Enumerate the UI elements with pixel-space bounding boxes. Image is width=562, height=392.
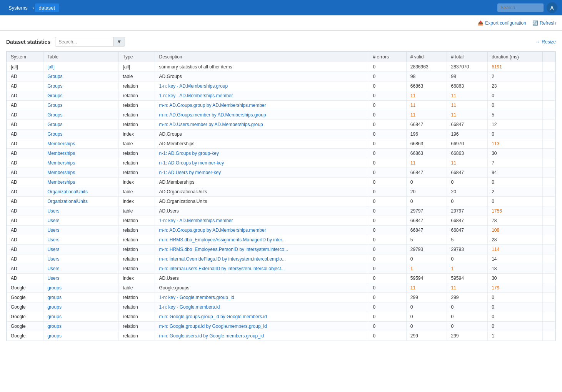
table-row[interactable]: ADGroupsrelation1-n: key - AD.Membership… <box>7 91 555 101</box>
table-row[interactable]: ADMembershipsrelationn-1: AD.Groups by g… <box>7 149 555 158</box>
table-row[interactable]: Googlegroupsrelationm-n: Google.groups.g… <box>7 312 555 322</box>
table-cell: [all] <box>7 62 43 72</box>
table-cell: relation <box>119 264 155 274</box>
col-type: Type <box>119 52 155 62</box>
table-cell: table <box>119 72 155 81</box>
table-cell: Users <box>43 264 119 274</box>
table-cell-empty <box>543 245 555 254</box>
col-duration: duration (ms) <box>488 52 543 62</box>
table-row[interactable]: GooglegroupstableGoogle.groups01111179 <box>7 283 555 293</box>
table-cell: 30 <box>488 149 543 158</box>
table-row[interactable]: ADUsersrelationm-n: HRMS.dbo_EmployeeAss… <box>7 235 555 245</box>
refresh-button[interactable]: 🔄 Refresh <box>532 20 556 26</box>
export-configuration-button[interactable]: 📤 Export configuration <box>478 20 526 26</box>
table-row[interactable]: ADMembershipstableAD.Memberships06686366… <box>7 139 555 149</box>
table-cell: 0 <box>369 101 406 110</box>
table-row[interactable]: ADOrganizationalUnitsindexAD.Organizatio… <box>7 197 555 206</box>
table-cell: AD <box>7 139 43 149</box>
table-cell: AD <box>7 264 43 274</box>
table-cell: 0 <box>369 130 406 139</box>
table-cell: index <box>119 130 155 139</box>
table-row[interactable]: Googlegroupsrelation1-n: key - Google.me… <box>7 302 555 312</box>
table-cell: Groups <box>43 130 119 139</box>
search-input[interactable] <box>55 38 113 46</box>
table-cell: 0 <box>488 293 543 302</box>
table-cell: 196 <box>447 130 488 139</box>
table-cell: Groups <box>43 110 119 120</box>
table-cell: 0 <box>369 168 406 178</box>
header-search-input[interactable] <box>497 3 544 12</box>
table-row[interactable]: ADUserstableAD.Users029797297971756 <box>7 206 555 216</box>
table-cell: 0 <box>447 178 488 187</box>
table-cell: 28 <box>488 235 543 245</box>
table-row[interactable]: ADMembershipsrelationn-1: AD.Users by me… <box>7 168 555 178</box>
table-cell: 0 <box>369 312 406 322</box>
filter-button[interactable]: ▼ <box>113 37 125 46</box>
table-cell-empty <box>543 216 555 226</box>
table-row[interactable]: ADGroupstableAD.Groups098982 <box>7 72 555 81</box>
table-cell: Users <box>43 235 119 245</box>
table-cell: Groups <box>43 91 119 101</box>
table-cell-empty <box>543 130 555 139</box>
table-cell: 1 <box>406 264 447 274</box>
table-row[interactable]: ADUsersrelationm-n: HRMS.dbo_Employees.P… <box>7 245 555 254</box>
table-cell: 0 <box>369 72 406 81</box>
table-row[interactable]: ADGroupsrelationm-n: AD.Groups.group by … <box>7 101 555 110</box>
table-wrapper[interactable]: System Table Type Description # errors #… <box>6 51 556 341</box>
table-row[interactable]: ADUsersrelationm-n: internal.users.Exter… <box>7 264 555 274</box>
table-row[interactable]: ADGroupsrelationm-n: AD.Groups.member by… <box>7 110 555 120</box>
table-row[interactable]: ADOrganizationalUnitstableAD.Organizatio… <box>7 187 555 197</box>
table-row[interactable]: ADMembershipsindexAD.Memberships0000 <box>7 178 555 187</box>
table-cell: m-n: internal.OverrideFlags.ID by inters… <box>155 254 369 264</box>
table-row[interactable]: Googlegroupsrelation1-n: key - Google.me… <box>7 293 555 302</box>
table-cell: Memberships <box>43 178 119 187</box>
table-cell: m-n: internal.users.ExternalID by inters… <box>155 264 369 274</box>
table-cell: relation <box>119 254 155 264</box>
table-row[interactable]: [all][all][all]summary statistics of all… <box>7 62 555 72</box>
table-cell: 29793 <box>406 245 447 254</box>
table-cell-empty <box>543 101 555 110</box>
table-cell: Memberships <box>43 168 119 178</box>
table-cell: table <box>119 187 155 197</box>
table-row[interactable]: Googlegroupsrelationm-n: Google.users.id… <box>7 331 555 341</box>
table-cell: Google <box>7 283 43 293</box>
table-cell: m-n: AD.Groups.member by AD.Memberships.… <box>155 110 369 120</box>
breadcrumb-dataset[interactable]: dataset <box>35 3 59 12</box>
table-cell: 59594 <box>406 274 447 283</box>
resize-button[interactable]: ↔ Resize <box>535 39 556 45</box>
table-cell: AD <box>7 274 43 283</box>
table-cell: 5 <box>447 235 488 245</box>
table-cell: 66863 <box>406 81 447 91</box>
table-cell: relation <box>119 322 155 331</box>
table-cell: 0 <box>369 178 406 187</box>
table-cell-empty <box>543 235 555 245</box>
table-row[interactable]: ADUsersindexAD.Users0595945959430 <box>7 274 555 283</box>
table-cell: 66863 <box>447 81 488 91</box>
table-cell: 11 <box>447 101 488 110</box>
table-row[interactable]: ADGroupsrelationm-n: AD.Users.member by … <box>7 120 555 130</box>
table-row[interactable]: ADGroupsindexAD.Groups01961960 <box>7 130 555 139</box>
breadcrumb-systems[interactable]: Systems <box>5 3 32 12</box>
table-cell: OrganizationalUnits <box>43 187 119 197</box>
table-row[interactable]: ADGroupsrelation1-n: key - AD.Membership… <box>7 81 555 91</box>
table-cell: 0 <box>369 206 406 216</box>
table-cell: 299 <box>447 331 488 341</box>
table-cell: index <box>119 274 155 283</box>
table-cell: 11 <box>447 110 488 120</box>
table-cell: 0 <box>406 322 447 331</box>
table-row[interactable]: ADUsersrelation1-n: key - AD.Memberships… <box>7 216 555 226</box>
table-cell: 11 <box>406 101 447 110</box>
table-cell: m-n: HRMS.dbo_EmployeeAssignments.Manage… <box>155 235 369 245</box>
table-cell: 29797 <box>447 206 488 216</box>
table-cell: Users <box>43 254 119 264</box>
table-cell: 66847 <box>447 216 488 226</box>
table-row[interactable]: Googlegroupsrelationm-n: Google.groups.i… <box>7 322 555 331</box>
resize-icon: ↔ <box>535 39 540 45</box>
table-cell: 0 <box>447 312 488 322</box>
table-row[interactable]: ADUsersrelationm-n: AD.Groups.group by A… <box>7 226 555 235</box>
table-row[interactable]: ADUsersrelationm-n: internal.OverrideFla… <box>7 254 555 264</box>
table-row[interactable]: ADMembershipsrelationn-1: AD.Groups by m… <box>7 158 555 168</box>
table-cell: m-n: HRMS.dbo_Employees.PersonID by inte… <box>155 245 369 254</box>
table-cell: Users <box>43 216 119 226</box>
table-cell: 0 <box>488 130 543 139</box>
